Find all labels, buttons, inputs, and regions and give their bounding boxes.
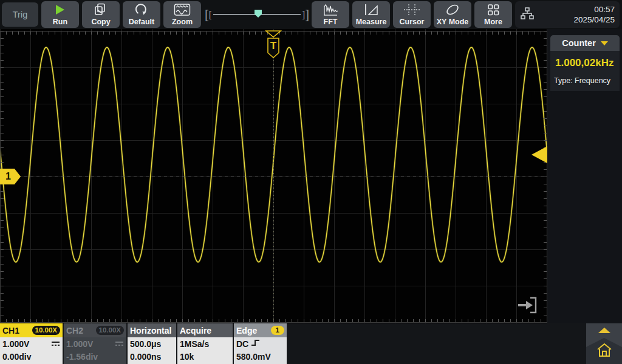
trig-status-label: Trig [13,10,27,19]
clock: 00:57 2025/04/25 [573,4,615,25]
xy-ellipse-icon [434,1,471,18]
counter-type: Type: Frequency [554,76,610,85]
horizontal-delay-value: 0.000ns [130,351,161,363]
channel2-offset: -1.56div [66,351,98,363]
more-label: More [484,18,502,27]
counter-title: Counter [562,38,596,48]
channel2-probe-badge: 10.00X [96,326,124,335]
trigger-title: Edge [236,326,257,335]
waveform-display[interactable]: T 1 [0,29,547,323]
fft-button[interactable]: FFT [312,1,349,28]
trigger-block[interactable]: Edge 1 DC 580.0mV [234,323,287,364]
sine-waveform [0,29,547,323]
horizontal-block[interactable]: Horizontal 500.0μs 0.000ns [128,323,176,364]
cursor-label: Cursor [400,18,425,27]
system-status-panel: 00:57 2025/04/25 [515,1,620,28]
counter-dropdown[interactable]: Counter [550,35,620,51]
slider-inner-right-bracket: ] [302,8,305,21]
memory-depth-value: 10k [180,351,194,363]
counter-panel: Counter 1.000,02kHz Type: Frequency [547,29,622,323]
channel1-probe-badge: 10.00X [32,326,60,335]
oscilloscope-app: Trig Run Copy [0,0,622,364]
copy-label: Copy [91,18,110,27]
zoom-label: Zoom [172,18,193,27]
fft-label: FFT [324,18,338,27]
channel1-block[interactable]: CH1 10.00X 1.000V 0.00div [0,323,63,364]
more-button[interactable]: More [474,1,512,28]
channel2-name: CH2 [66,326,83,335]
play-icon [41,1,79,18]
channel1-scale: 1.000V [2,338,29,351]
cursor-button[interactable]: Cursor [393,1,431,28]
timebase-value: 500.0μs [130,338,161,351]
cursor-crosshair-icon [393,1,431,18]
slider-outer-right-bracket: ] [306,8,309,21]
channel1-marker-number: 1 [5,171,11,182]
trigger-position-flag[interactable]: T [264,30,282,64]
run-label: Run [53,18,67,27]
bottom-status-bar: CH1 10.00X 1.000V 0.00div CH2 [0,323,622,364]
sample-rate-value: 1MSa/s [180,338,209,351]
copy-icon [82,1,120,18]
dc-coupling-icon [51,338,60,351]
run-button[interactable]: Run [41,1,79,28]
trig-status-button[interactable]: Trig [2,2,38,27]
dc-coupling-icon [115,338,124,351]
quick-menu-panel [586,323,622,364]
acquire-title: Acquire [180,326,211,335]
expand-menu-button[interactable] [515,294,539,319]
default-label: Default [129,18,154,27]
copy-button[interactable]: Copy [82,1,120,28]
trigger-level-marker[interactable] [531,146,547,163]
collapse-up-arrow[interactable] [598,328,610,333]
home-button[interactable] [586,338,622,364]
trigger-level-value: 580.0mV [236,351,271,363]
fft-spectrum-icon [312,1,349,18]
channel2-scale: 1.000V [66,338,93,351]
horizontal-title: Horizontal [130,326,171,335]
date-text: 2025/04/25 [573,15,615,25]
trigger-coupling: DC [236,338,248,351]
acquire-block[interactable]: Acquire 1MSa/s 10k [177,323,233,364]
channel1-name: CH1 [2,326,19,335]
network-lan-icon[interactable] [520,6,535,23]
measure-icon [352,1,390,18]
slider-position-marker[interactable] [255,10,262,18]
channel2-block[interactable]: CH2 10.00X 1.000V -1.56div [64,323,126,364]
grid-menu-icon [474,1,512,18]
channel1-offset: 0.00div [2,351,31,363]
xy-mode-label: XY Mode [437,18,469,27]
counter-value: 1.000,02kHz [555,57,613,69]
slider-outer-left-bracket: [ [205,8,208,21]
top-toolbar: Trig Run Copy [0,0,622,29]
zoom-waveform-icon [163,1,201,18]
trigger-source-badge: 1 [271,326,284,335]
chevron-down-icon [601,41,608,46]
zoom-button[interactable]: Zoom [163,1,201,28]
measure-label: Measure [356,18,387,27]
horizontal-position-slider[interactable]: [ [ ] ] [205,1,309,28]
default-button[interactable]: Default [123,1,160,28]
measure-button[interactable]: Measure [352,1,390,28]
home-icon [596,342,613,360]
rising-edge-icon [251,338,262,351]
reset-arrow-icon [123,1,160,18]
slider-inner-left-bracket: [ [209,8,211,21]
trigger-flag-letter: T [270,40,277,52]
time-text: 00:57 [573,4,615,15]
counter-readout: 1.000,02kHz Type: Frequency [550,51,620,91]
xy-mode-button[interactable]: XY Mode [434,1,471,28]
